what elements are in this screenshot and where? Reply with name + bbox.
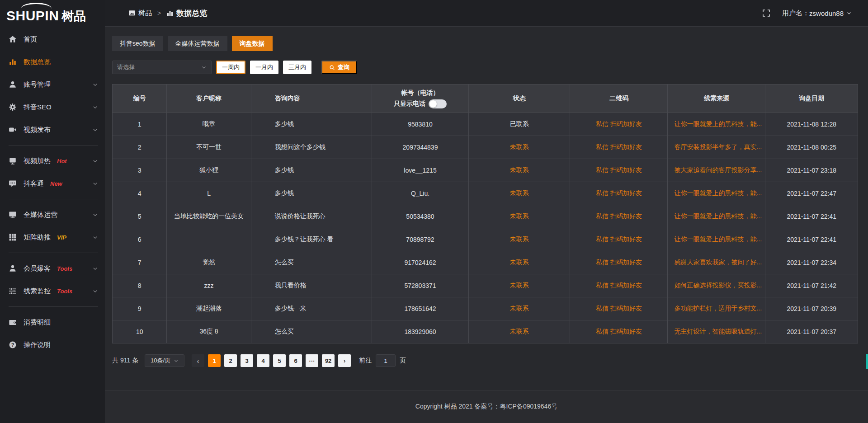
cell-lead-source[interactable]: 让你一眼就爱上的黑科技，能... (668, 113, 765, 136)
cell-qrcode-links[interactable]: 私信 扫码加好友 (570, 136, 668, 159)
sidebar-item-video-heating[interactable]: 视频加热Hot (0, 150, 105, 172)
cell-id: 9 (113, 297, 167, 320)
cell-qrcode-links[interactable]: 私信 扫码加好友 (570, 182, 668, 205)
sidebar-item-label: 数据总览 (24, 58, 51, 66)
search-button[interactable]: 查询 (321, 61, 357, 74)
filter-select[interactable]: 请选择 (112, 61, 212, 74)
page-ellipsis-button[interactable]: ··· (306, 354, 318, 367)
cell-lead-source[interactable]: 被大家追着问的客厅投影分享... (668, 159, 765, 182)
cell-lead-source[interactable]: 客厅安装投影半年多了，真实... (668, 136, 765, 159)
cell-lead-source[interactable]: 如何正确选择投影仪，买投影... (668, 274, 765, 297)
sidebar-item-label: 会员爆客 (24, 264, 51, 273)
cell-qrcode-links[interactable]: 私信 扫码加好友 (570, 228, 668, 251)
page-button-1[interactable]: 1 (208, 354, 221, 367)
sidebar-item-label: 抖音SEO (24, 103, 52, 112)
chevron-down-icon (92, 266, 98, 272)
cell-status: 已联系 (469, 113, 570, 136)
sidebar-item-matrix-boost[interactable]: 矩阵助推VIP (0, 226, 105, 249)
cell-date: 2021-11-07 20:37 (765, 320, 858, 343)
page-button-3[interactable]: 3 (241, 354, 253, 367)
sidebar-item-label: 首页 (24, 35, 37, 44)
cell-lead-source[interactable]: 让你一眼就爱上的黑科技，能... (668, 205, 765, 228)
cell-qrcode-links[interactable]: 私信 扫码加好友 (570, 159, 668, 182)
chevron-down-icon (846, 10, 852, 16)
sidebar-item-video-publish[interactable]: 视频发布 (0, 118, 105, 141)
cell-content: 怎么买 (251, 251, 372, 274)
page-button-4[interactable]: 4 (257, 354, 269, 367)
username-label: 用户名： (782, 9, 809, 18)
cell-content: 说说价格让我死心 (251, 205, 372, 228)
cell-status: 未联系 (469, 251, 570, 274)
sidebar-item-douyin-seo[interactable]: 抖音SEO (0, 96, 105, 118)
sidebar-item-home[interactable]: 首页 (0, 28, 105, 51)
table-row: 8zzz我只看价格572803371未联系私信 扫码加好友如何正确选择投影仪，买… (113, 274, 858, 297)
page-button-2[interactable]: 2 (224, 354, 237, 367)
sidebar-item-label: 线索监控 (24, 287, 51, 296)
only-phone-label: 只显示电话 (394, 100, 425, 108)
page-size-select[interactable]: 10条/页 (145, 354, 184, 367)
sidebar-item-lead-monitoring[interactable]: 线索监控Tools (0, 280, 105, 302)
user-dropdown[interactable]: 用户名： zswodun88 (782, 9, 852, 18)
column-header-1: 客户昵称 (167, 85, 251, 113)
sidebar-item-label: 操作说明 (24, 341, 51, 349)
cell-qrcode-links[interactable]: 私信 扫码加好友 (570, 320, 668, 343)
cell-nickname: zzz (167, 274, 251, 297)
cell-qrcode-links[interactable]: 私信 扫码加好友 (570, 113, 668, 136)
breadcrumb-item-data-overview[interactable]: 数据总览 (166, 8, 207, 19)
goto-label: 前往 (359, 357, 372, 365)
cell-account: 572803371 (372, 274, 468, 297)
sidebar-item-instructions[interactable]: ?操作说明 (0, 334, 105, 356)
cell-lead-source[interactable]: 无主灯设计，智能磁吸轨道灯... (668, 320, 765, 343)
cell-lead-source[interactable]: 感谢大家喜欢我家，被问了好... (668, 251, 765, 274)
goto-page-input[interactable] (376, 354, 396, 367)
copyright-text: Copyright 树品 2021 备案号：粤ICP备09019646号 (415, 403, 557, 411)
range-button-one-week[interactable]: 一周内 (216, 61, 245, 74)
tab-inquiry-data[interactable]: 询盘数据 (232, 36, 273, 51)
sidebar-item-douketong[interactable]: 抖客通New (0, 172, 105, 195)
cell-lead-source[interactable]: 让你一眼就爱上的黑科技，能... (668, 182, 765, 205)
search-icon (329, 65, 335, 70)
sidebar-item-account-management[interactable]: 账号管理 (0, 73, 105, 96)
breadcrumb-item-shupin[interactable]: 树品 (128, 9, 152, 18)
sidebar-item-consumption-details[interactable]: 消费明细 (0, 311, 105, 334)
cell-nickname: 不可一世 (167, 136, 251, 159)
page-button-92[interactable]: 92 (322, 354, 335, 367)
range-button-one-month[interactable]: 一月内 (250, 61, 278, 74)
sidebar-item-omnimedia-operation[interactable]: 全媒体运营 (0, 203, 105, 226)
cell-content: 多少钱一米 (251, 297, 372, 320)
chevron-down-icon (92, 212, 98, 218)
topbar: 树品>数据总览 用户名： zswodun88 (105, 0, 868, 27)
cell-qrcode-links[interactable]: 私信 扫码加好友 (570, 297, 668, 320)
cell-nickname (167, 228, 251, 251)
next-page-button[interactable]: › (338, 354, 351, 367)
table-row: 7觉然怎么买917024162未联系私信 扫码加好友感谢大家喜欢我家，被问了好.… (113, 251, 858, 274)
prev-page-button[interactable]: ‹ (192, 354, 204, 367)
cell-qrcode-links[interactable]: 私信 扫码加好友 (570, 205, 668, 228)
cell-nickname: L (167, 182, 251, 205)
only-phone-toggle[interactable] (429, 99, 447, 108)
cell-lead-source[interactable]: 多功能护栏灯，适用于乡村文... (668, 297, 765, 320)
column-header-0: 编号 (113, 85, 167, 113)
sidebar-divider (9, 253, 98, 253)
cell-status: 未联系 (469, 297, 570, 320)
fullscreen-icon[interactable] (762, 9, 770, 17)
page-button-6[interactable]: 6 (289, 354, 302, 367)
cell-content: 我只看价格 (251, 274, 372, 297)
side-widget-handle[interactable] (866, 354, 868, 369)
cell-status: 未联系 (469, 274, 570, 297)
cell-qrcode-links[interactable]: 私信 扫码加好友 (570, 274, 668, 297)
sidebar-item-data-overview[interactable]: 数据总览 (0, 51, 105, 73)
range-button-three-months[interactable]: 三月内 (283, 61, 311, 74)
sidebar-item-member-burst[interactable]: 会员爆客Tools (0, 257, 105, 280)
tab-douyin-seo-data[interactable]: 抖音seo数据 (112, 36, 163, 51)
sidebar-divider (9, 145, 98, 146)
cell-lead-source[interactable]: 让你一眼就爱上的黑科技，能... (668, 228, 765, 251)
page-button-5[interactable]: 5 (273, 354, 286, 367)
tab-omnimedia-data[interactable]: 全媒体运营数据 (168, 36, 227, 51)
cell-content: 多少钱 (251, 113, 372, 136)
account-header-label: 帐号（电话） (401, 89, 439, 97)
cell-qrcode-links[interactable]: 私信 扫码加好友 (570, 251, 668, 274)
table-row: 9潮起潮落多少钱一米178651642未联系私信 扫码加好友多功能护栏灯，适用于… (113, 297, 858, 320)
total-count-label: 共 911 条 (112, 357, 138, 365)
cell-date: 2021-11-08 00:25 (765, 136, 858, 159)
